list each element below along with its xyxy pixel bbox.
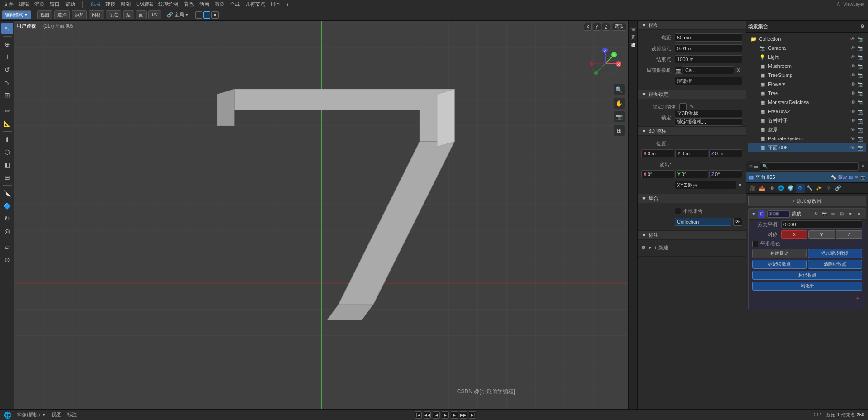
bevel-tool[interactable]: ◧ bbox=[1, 159, 13, 171]
skin-toggle-btn[interactable]: 👁 bbox=[812, 210, 820, 218]
focal-length-value[interactable]: 50 mm bbox=[675, 33, 742, 42]
item-render[interactable]: 📷 bbox=[857, 53, 864, 61]
branch-smooth-value[interactable]: 0.000 bbox=[781, 220, 862, 229]
prop-view-icon[interactable]: ☰ bbox=[754, 164, 758, 169]
item-render[interactable]: 📷 bbox=[857, 99, 864, 106]
menu-edit[interactable]: 编辑 bbox=[19, 1, 29, 8]
toolbar-uv[interactable]: UV bbox=[148, 10, 161, 19]
mode-selector[interactable]: 编辑模式 ▼ bbox=[2, 10, 31, 19]
collection-eye-btn[interactable]: 👁 bbox=[733, 218, 742, 226]
clear-camera-btn[interactable]: ✕ bbox=[735, 67, 742, 74]
outliner-item-[interactable]: ▦ 各种叶子 👁 📷 bbox=[748, 116, 866, 125]
cursor-tool[interactable]: ⊕ bbox=[1, 38, 13, 50]
viewlock-section-header[interactable]: ▼ 视图锁定 bbox=[638, 90, 746, 99]
cursor-ry-field[interactable]: Y 0° bbox=[675, 170, 708, 178]
new-annotation-btn[interactable]: ⚙ ▼ + 新建 bbox=[641, 244, 670, 251]
equalize-btn[interactable]: 均化半 bbox=[752, 282, 862, 291]
skin-edit-btn[interactable]: ✏ bbox=[829, 210, 837, 218]
measure-tool[interactable]: 📐 bbox=[1, 118, 13, 129]
view-menu-item[interactable]: 视图 bbox=[52, 411, 62, 418]
shrink-tool[interactable]: ⊙ bbox=[1, 254, 13, 266]
create-armature-btn[interactable]: 创建骨架 bbox=[752, 249, 807, 258]
annotation-menu-item[interactable]: 标注 bbox=[67, 411, 77, 418]
to-3d-cursor[interactable]: 至3D游标 bbox=[675, 110, 742, 117]
smooth-tool[interactable]: ◎ bbox=[1, 225, 13, 237]
end-frame[interactable]: 250 bbox=[857, 412, 864, 417]
skin-expand-btn[interactable]: ▼ bbox=[846, 210, 854, 218]
item-visibility[interactable]: 👁 bbox=[849, 53, 856, 61]
skin-delete-btn[interactable]: ✕ bbox=[855, 210, 863, 218]
ws-shading[interactable]: 着色 bbox=[184, 1, 194, 8]
item-visibility[interactable]: 👁 bbox=[849, 117, 856, 124]
lock-camera[interactable]: 锁定摄像机... bbox=[675, 118, 742, 126]
clip-start-value[interactable]: 0.01 m bbox=[675, 44, 742, 52]
frame-jump-end-btn[interactable]: ▶| bbox=[469, 411, 476, 419]
smooth-shading-checkbox[interactable] bbox=[752, 241, 758, 247]
add-modifier-btn[interactable]: + 添加修改器 bbox=[748, 196, 866, 206]
n-tab-view[interactable]: 视图 bbox=[629, 36, 637, 44]
shear-tool[interactable]: ▱ bbox=[1, 241, 13, 253]
ws-layout[interactable]: 布局 bbox=[90, 1, 100, 8]
view-section-header[interactable]: ▼ 视图 bbox=[638, 21, 746, 30]
start-frame[interactable]: 1 bbox=[837, 412, 840, 417]
rot-mode-value[interactable]: XYZ 欧拉 bbox=[675, 181, 736, 189]
extrude-tool[interactable]: ⬆ bbox=[1, 134, 13, 145]
poly-build-tool[interactable]: 🔷 bbox=[1, 200, 13, 212]
item-visibility[interactable]: 👁 bbox=[849, 72, 856, 79]
menu-file[interactable]: 文件 bbox=[4, 1, 14, 8]
local-collection-checkbox[interactable] bbox=[675, 208, 681, 214]
toolbar-edge[interactable]: 边 bbox=[123, 10, 134, 19]
pt-view[interactable]: 👁 bbox=[767, 184, 776, 193]
annotate-tool[interactable]: ✏ bbox=[1, 105, 13, 117]
options-btn[interactable]: 选项 bbox=[612, 23, 626, 31]
mark-loose-btn[interactable]: 标记松散点 bbox=[752, 260, 807, 269]
frame-step-back-btn[interactable]: ◀ bbox=[433, 411, 440, 419]
item-render[interactable]: 📷 bbox=[857, 81, 864, 88]
n-tab-tool[interactable]: 工具 bbox=[629, 29, 637, 36]
y-axis-btn[interactable]: Y bbox=[808, 230, 835, 239]
knife-tool[interactable]: 🔪 bbox=[1, 187, 13, 199]
camera-slot[interactable]: Ca... bbox=[683, 66, 734, 74]
item-render[interactable]: 📷 bbox=[857, 90, 864, 97]
outliner-item-freetow2[interactable]: ▦ FreeTow2 👁 📷 bbox=[748, 107, 866, 116]
item-visibility[interactable]: 👁 bbox=[849, 44, 856, 52]
spin-tool[interactable]: ↻ bbox=[1, 213, 13, 224]
rot-mode-dropdown[interactable]: ▼ bbox=[738, 183, 742, 187]
select-tool[interactable]: ↖ bbox=[1, 23, 13, 34]
camera-btn[interactable]: 📷 bbox=[614, 111, 625, 122]
item-visibility[interactable]: 👁 bbox=[849, 144, 856, 151]
clear-loose-btn[interactable]: 清除松散点 bbox=[808, 260, 863, 269]
ws-render[interactable]: 渲染 bbox=[215, 1, 224, 8]
loopcut-tool[interactable]: ⊟ bbox=[1, 172, 13, 183]
zoom-in-btn[interactable]: 🔍 bbox=[614, 84, 625, 95]
outliner-item-[interactable]: ▦ 盆景 👁 📷 bbox=[748, 125, 866, 134]
item-render[interactable]: 📷 bbox=[857, 72, 864, 79]
frame-next-btn[interactable]: ▶▶ bbox=[460, 411, 467, 419]
outliner-item-005[interactable]: ▦ 平面.005 👁 📷 bbox=[748, 143, 866, 152]
item-render[interactable]: 📷 bbox=[857, 126, 864, 133]
ws-composite[interactable]: 合成 bbox=[230, 1, 240, 8]
axis-y-btn[interactable]: Y bbox=[593, 23, 601, 31]
pt-constraints[interactable]: 🔗 bbox=[834, 184, 843, 193]
item-render[interactable]: 📷 bbox=[857, 35, 864, 43]
axis-z-btn[interactable]: Z bbox=[602, 23, 610, 31]
outliner-item-mushroom[interactable]: ▦ Mushroom 👁 📷 bbox=[748, 62, 866, 71]
edge-mode-btn[interactable]: — bbox=[203, 11, 210, 19]
vert-mode-btn[interactable]: · bbox=[195, 11, 202, 19]
ws-texture[interactable]: 纹理绘制 bbox=[158, 1, 178, 8]
annotation-section-header[interactable]: ▼ 标注 bbox=[638, 231, 746, 240]
item-visibility[interactable]: 👁 bbox=[849, 90, 856, 97]
outliner-item-camera[interactable]: 📷 Camera 👁 📷 bbox=[748, 43, 866, 52]
ws-add[interactable]: + bbox=[286, 2, 289, 7]
play-btn[interactable]: ▶ bbox=[442, 411, 449, 419]
toolbar-vertex[interactable]: 顶点 bbox=[106, 10, 121, 19]
move-tool[interactable]: ✛ bbox=[1, 51, 13, 63]
mark-root-btn[interactable]: 标记根点 bbox=[752, 271, 862, 280]
outliner-item-collection[interactable]: 📁 Collection 👁 📷 bbox=[748, 34, 866, 43]
item-render[interactable]: 📷 bbox=[857, 108, 864, 115]
frame-prev-btn[interactable]: ◀◀ bbox=[424, 411, 431, 419]
item-visibility[interactable]: 👁 bbox=[849, 35, 856, 43]
hand-btn[interactable]: ✋ bbox=[614, 98, 625, 109]
outliner-item-flowers[interactable]: ▦ Flowers 👁 📷 bbox=[748, 80, 866, 89]
outliner-item-light[interactable]: 💡 Light 👁 📷 bbox=[748, 52, 866, 62]
